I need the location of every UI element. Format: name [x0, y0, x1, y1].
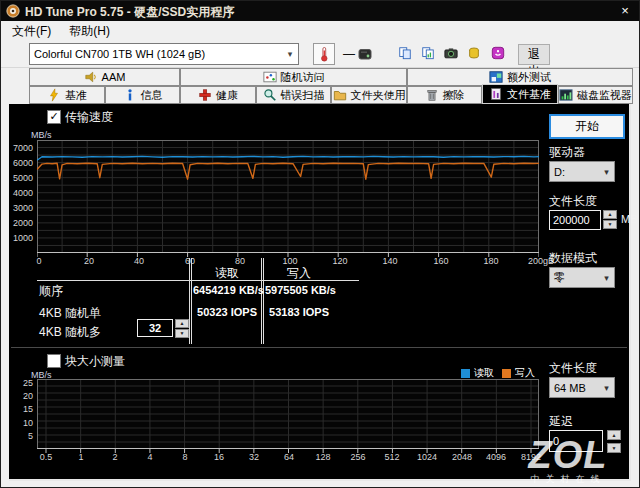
- data-pattern-dropdown[interactable]: 零 ▾: [549, 267, 615, 288]
- tab-label: 磁盘监视器: [577, 88, 632, 103]
- queue-depth-input[interactable]: 32: [137, 319, 173, 337]
- camera-button[interactable]: [440, 43, 462, 65]
- tick-label: 140: [368, 256, 412, 266]
- tick-label: 8192: [511, 452, 551, 462]
- tick-label: 32: [234, 452, 274, 462]
- tab-0-基准[interactable]: 基准: [29, 86, 105, 104]
- drive-label: 驱动器: [549, 144, 585, 161]
- tick-label: 25: [7, 378, 33, 388]
- tick-label: 2: [95, 452, 135, 462]
- window-title: HD Tune Pro 5.75 - 硬盘/SSD实用程序: [25, 4, 234, 21]
- error-scan-icon: [263, 88, 277, 102]
- menu-bar: 文件(F)帮助(H): [1, 21, 639, 39]
- data-pattern-value: 零: [550, 270, 599, 285]
- tab-7-磁盘监视器[interactable]: 磁盘监视器: [558, 86, 633, 104]
- tick-label: 180: [469, 256, 513, 266]
- queue-depth-stepper[interactable]: ▲ ▼: [175, 319, 189, 338]
- tab-label: 随机访问: [281, 70, 325, 85]
- chevron-down-icon: ▾: [599, 167, 614, 177]
- tick-label: 20: [67, 256, 111, 266]
- drive-dropdown-value: D:: [550, 166, 599, 178]
- tab-5-擦除[interactable]: 擦除: [407, 86, 482, 104]
- tab-6-文件基准[interactable]: 文件基准: [482, 84, 558, 104]
- file-benchmark-icon: [489, 87, 503, 101]
- drive-select-value: Colorful CN700 1TB WH (1024 gB): [30, 48, 282, 60]
- block-size-checkbox[interactable]: [47, 354, 61, 368]
- tab-label: 基准: [65, 88, 87, 103]
- file-length-label: 文件长度: [549, 193, 597, 210]
- file-length2-dropdown[interactable]: 64 MB ▾: [549, 377, 615, 398]
- tab-label: 错误扫描: [281, 88, 325, 103]
- tab-label: 擦除: [443, 88, 465, 103]
- info-icon: [123, 88, 137, 102]
- row-4k-single-label: 4KB 随机单: [39, 305, 101, 322]
- copy-pages-button[interactable]: [394, 43, 416, 65]
- tick-label: 1024: [407, 452, 447, 462]
- tick-label: 5: [7, 431, 33, 441]
- camera-icon: [444, 46, 458, 63]
- drive-dropdown[interactable]: D: ▾: [549, 161, 615, 182]
- file-length-unit: MB: [621, 213, 638, 225]
- chevron-down-icon: ▾: [282, 49, 298, 59]
- about-button[interactable]: [487, 43, 509, 65]
- benchmark-icon: [47, 88, 61, 102]
- legend-label: 写入: [515, 366, 535, 380]
- save-results-icon: [467, 46, 481, 63]
- exit-button[interactable]: 退出: [518, 44, 550, 65]
- close-button[interactable]: ×: [611, 1, 639, 21]
- tab-aam[interactable]: AAM: [29, 68, 180, 86]
- tick-label: 5000: [5, 173, 33, 183]
- block-size-label: 块大小测量: [65, 353, 125, 370]
- transfer-speed-chart: [37, 140, 539, 257]
- tick-label: 4000: [5, 188, 33, 198]
- save-results-button[interactable]: [463, 43, 485, 65]
- spin-down-icon[interactable]: ▼: [603, 220, 617, 229]
- copy-pages-icon: [398, 46, 412, 63]
- row-4k-multi-label: 4KB 随机多: [39, 324, 101, 341]
- delay-stepper[interactable]: ▲ ▼: [607, 430, 621, 453]
- sequential-write-value: 5975505 KB/s: [265, 284, 333, 296]
- tab-label: 健康: [216, 88, 238, 103]
- tick-label: 0: [17, 256, 61, 266]
- spin-down-icon[interactable]: ▼: [607, 443, 621, 453]
- tick-label: 1000: [5, 233, 33, 243]
- tick-label: 0.5: [26, 452, 66, 462]
- copy-chart-button[interactable]: [417, 43, 439, 65]
- tick-label: 4096: [476, 452, 516, 462]
- tick-label: 20: [7, 391, 33, 401]
- tick-label: 160: [419, 256, 463, 266]
- delay-input[interactable]: 0: [549, 430, 603, 452]
- spin-up-icon[interactable]: ▲: [603, 210, 617, 219]
- file-length2-value: 64 MB: [550, 382, 599, 394]
- data-pattern-label: 数据模式: [549, 250, 597, 267]
- tab-3-错误扫描[interactable]: 错误扫描: [256, 86, 331, 104]
- tab-随机访问[interactable]: 随机访问: [180, 68, 407, 86]
- tab-1-信息[interactable]: 信息: [105, 86, 180, 104]
- legend-label: 读取: [474, 366, 494, 380]
- delay-label: 延迟: [549, 413, 573, 430]
- spin-up-icon[interactable]: ▲: [607, 430, 621, 440]
- speaker-icon: [84, 70, 98, 84]
- tick-label: 4: [130, 452, 170, 462]
- spin-down-icon[interactable]: ▼: [175, 329, 189, 338]
- tab-2-健康[interactable]: 健康: [180, 86, 256, 104]
- temperature-button[interactable]: [313, 43, 335, 65]
- row-sequential-label: 顺序: [39, 283, 63, 300]
- tick-label: 6000: [5, 158, 33, 168]
- start-button[interactable]: 开始: [549, 114, 625, 139]
- file-length-input[interactable]: 200000: [549, 210, 601, 230]
- file-length-stepper[interactable]: ▲ ▼: [603, 210, 617, 229]
- tick-label: 7000: [5, 143, 33, 153]
- transfer-speed-checkbox[interactable]: ✓: [47, 110, 61, 124]
- tab-4-文件夹使用[interactable]: 文件夹使用: [331, 86, 407, 104]
- spin-up-icon[interactable]: ▲: [175, 319, 189, 328]
- app-window: HD Tune Pro 5.75 - 硬盘/SSD实用程序 × 文件(F)帮助(…: [0, 0, 640, 488]
- chart1-unit-label: MB/s: [31, 130, 52, 140]
- drive-select[interactable]: Colorful CN700 1TB WH (1024 gB) ▾: [29, 43, 299, 65]
- chevron-down-icon: ▾: [599, 273, 614, 283]
- section-divider: [11, 347, 627, 348]
- tick-label: 128: [303, 452, 343, 462]
- tab-label: 文件夹使用: [351, 88, 406, 103]
- disk-monitor-icon: [559, 88, 573, 102]
- random-access-icon: [263, 70, 277, 84]
